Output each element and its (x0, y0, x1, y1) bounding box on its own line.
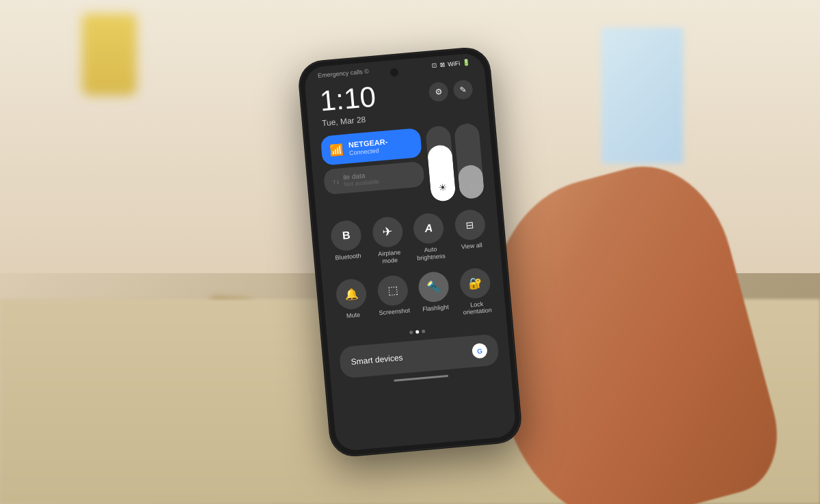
screenshot-label: Screenshot (379, 307, 410, 317)
page-dot-1 (409, 331, 413, 334)
view-all-icon: ⊟ (465, 219, 474, 231)
background-window (601, 27, 683, 164)
clock-left: 1:10 Tue, Mar 28 (318, 83, 378, 128)
bluetooth-action[interactable]: B Bluetooth (328, 219, 366, 270)
smart-devices-label: Smart devices (351, 353, 403, 367)
auto-brightness-action[interactable]: A Auto brightness (410, 212, 448, 262)
mobile-data-icon: ↑↓ (332, 178, 340, 186)
edit-button[interactable]: ✎ (452, 79, 473, 100)
sim-icon: ⊡ (431, 62, 437, 70)
view-all-label: View all (461, 242, 483, 251)
phone-device: Emergency calls © ⊡ ⊠ WiFi 🔋 1:10 Tue, M… (297, 46, 522, 458)
airplane-action[interactable]: ✈ Airplane mode (369, 216, 407, 266)
volume-slider[interactable]: ♪ (454, 123, 484, 200)
wifi-tile[interactable]: 📶 NETGEAR- Connected (320, 128, 422, 166)
clock-time: 1:10 (318, 83, 377, 116)
view-all-circle: ⊟ (454, 208, 487, 241)
bluetooth-circle: B (330, 219, 363, 252)
mute-icon: 🔔 (344, 287, 359, 301)
screenshot-circle: ⬚ (377, 274, 409, 307)
phone-screen: Emergency calls © ⊡ ⊠ WiFi 🔋 1:10 Tue, M… (303, 53, 517, 452)
scene-background: Emergency calls © ⊡ ⊠ WiFi 🔋 1:10 Tue, M… (0, 0, 820, 504)
flashlight-circle: 🔦 (418, 270, 450, 303)
screenshot-icon: ⬚ (387, 283, 398, 297)
volume-icon: ♪ (469, 180, 474, 191)
bluetooth-icon: B (342, 229, 351, 242)
network-tiles: 📶 NETGEAR- Connected ↑↓ ile data Not (320, 128, 426, 211)
clock-icon-group: ⚙ ✎ (428, 79, 474, 102)
wifi-tile-info: NETGEAR- Connected (348, 137, 388, 156)
mute-label: Mute (346, 311, 361, 320)
mute-circle: 🔔 (335, 277, 368, 310)
mobile-data-tile[interactable]: ↑↓ ile data Not available (323, 161, 425, 195)
wifi-tile-icon: 📶 (329, 143, 344, 157)
home-indicator[interactable] (394, 375, 448, 382)
settings-icon: ⚙ (435, 87, 443, 97)
phone-wrapper: Emergency calls © ⊡ ⊠ WiFi 🔋 1:10 Tue, M… (297, 46, 522, 458)
flashlight-action[interactable]: 🔦 Flashlight (415, 270, 454, 321)
flashlight-icon: 🔦 (426, 279, 441, 294)
flashlight-label: Flashlight (422, 303, 449, 313)
airplane-label: Airplane mode (372, 248, 407, 266)
mute-action[interactable]: 🔔 Mute (333, 277, 371, 328)
screenshot-action[interactable]: ⬚ Screenshot (374, 274, 412, 324)
page-dot-2 (415, 331, 419, 334)
bluetooth-label: Bluetooth (335, 252, 361, 262)
screen-icon: ⊠ (439, 61, 446, 69)
brightness-slider[interactable]: ☀ (425, 125, 456, 202)
auto-brightness-label: Auto brightness (413, 244, 448, 262)
brightness-fill (427, 144, 456, 202)
brightness-icon: ☀ (438, 182, 448, 193)
background-cup (82, 14, 137, 96)
lock-orientation-circle: 🔐 (459, 267, 491, 300)
google-icon: G (472, 343, 488, 359)
airplane-circle: ✈ (371, 216, 404, 249)
mobile-data-info: ile data Not available (343, 171, 380, 188)
quick-tiles-row: 📶 NETGEAR- Connected ↑↓ ile data Not (309, 116, 496, 218)
edit-icon: ✎ (459, 85, 467, 95)
auto-brightness-icon: A (424, 222, 433, 235)
lock-orientation-action[interactable]: 🔐 Lock orientation (456, 266, 495, 317)
lock-orientation-icon: 🔐 (467, 276, 482, 290)
auto-brightness-circle: A (413, 212, 446, 245)
battery-icon: 🔋 (463, 59, 471, 66)
google-logo: G (477, 347, 483, 355)
wifi-icon: WiFi (448, 60, 461, 68)
page-dot-3 (422, 330, 425, 333)
view-all-action[interactable]: ⊟ View all (452, 208, 490, 259)
slider-tiles: ☀ ♪ (425, 123, 484, 202)
lock-orientation-label: Lock orientation (459, 299, 495, 317)
status-icons: ⊡ ⊠ WiFi 🔋 (431, 59, 471, 69)
airplane-icon: ✈ (382, 224, 394, 240)
settings-button[interactable]: ⚙ (428, 81, 449, 102)
